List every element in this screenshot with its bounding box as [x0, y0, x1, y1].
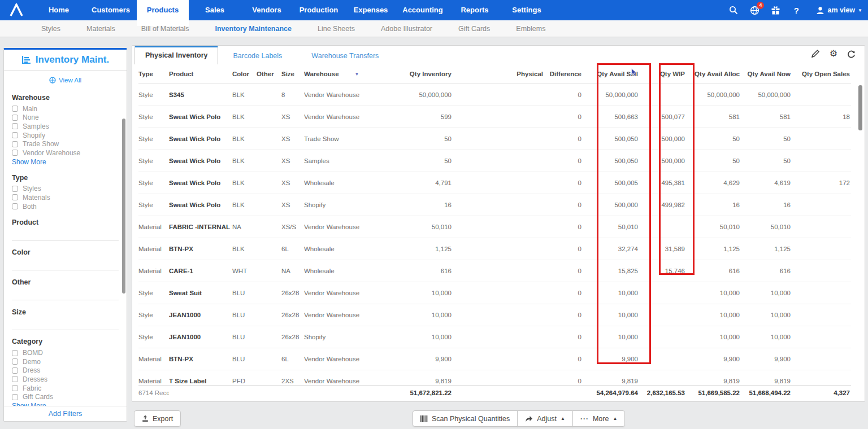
search-icon[interactable]: [728, 5, 739, 16]
table-cell: 4,619: [741, 172, 792, 194]
table-row[interactable]: StyleSweat SuitBLU26x28Vendor Warehouse1…: [138, 282, 851, 304]
sidebar-scrollbar[interactable]: [122, 119, 125, 294]
table-cell: 50: [390, 150, 453, 172]
table-row[interactable]: StyleSweat Wick PoloBLKXSTrade Show50050…: [138, 128, 851, 150]
table-row[interactable]: MaterialFABRIC -INTERNAL 1NAXS/SVendor W…: [138, 216, 851, 238]
filter-checkbox-row[interactable]: None: [12, 113, 119, 122]
table-cell: BLU: [232, 304, 257, 326]
table-row[interactable]: StyleSweat Wick PoloBLKXSVendor Warehous…: [138, 106, 851, 128]
table-cell: CARE-1: [169, 260, 232, 282]
table-row[interactable]: MaterialBTN-PXBLK6LWholesale1,125032,274…: [138, 238, 851, 260]
topnav-item[interactable]: Accounting: [397, 0, 449, 20]
pencil-icon[interactable]: [811, 49, 820, 58]
table-cell: 50,010: [583, 216, 639, 238]
refresh-icon[interactable]: [847, 50, 856, 58]
table-cell: 500,005: [583, 172, 639, 194]
subnav-item[interactable]: Gift Cards: [445, 20, 503, 37]
filter-checkbox-row[interactable]: Dress: [12, 366, 119, 375]
column-header-product[interactable]: Product: [169, 64, 232, 84]
subnav-item[interactable]: Styles: [28, 20, 73, 37]
filter-checkbox-row[interactable]: Main: [12, 104, 119, 113]
tab[interactable]: Barcode Labels: [218, 47, 297, 64]
filter-checkbox-row[interactable]: Styles: [12, 185, 119, 194]
view-all-link[interactable]: View All: [12, 75, 119, 88]
table-row[interactable]: MaterialBTN-PXBLU6LVendor Warehouse9,900…: [138, 348, 851, 370]
scan-physical-quantities-button[interactable]: Scan Physical Quantities: [413, 410, 518, 427]
filter-checkbox-row[interactable]: Fabric: [12, 384, 119, 393]
table-cell: 26x28: [281, 282, 304, 304]
table-row[interactable]: StyleSweat Wick PoloBLKXSShopify160500,0…: [138, 194, 851, 216]
column-header-other[interactable]: Other: [257, 64, 281, 84]
column-header-qty-avail-alloc[interactable]: Qty Avail Alloc: [686, 64, 741, 84]
topnav-item[interactable]: Sales: [189, 0, 241, 20]
adjust-button[interactable]: Adjust ▲: [517, 410, 573, 427]
topnav-item[interactable]: Reports: [449, 0, 501, 20]
column-header-size[interactable]: Size: [281, 64, 304, 84]
user-menu[interactable]: am view ▼: [816, 6, 862, 15]
help-icon[interactable]: ?: [791, 5, 802, 16]
column-header-color[interactable]: Color: [232, 64, 257, 84]
table-cell: BLK: [232, 84, 257, 106]
table-cell: Samples: [304, 150, 390, 172]
table-row[interactable]: StyleS345BLK8Vendor Warehouse50,000,0000…: [138, 84, 851, 106]
filter-group-label: Type: [12, 174, 119, 182]
gear-icon[interactable]: ⚙: [830, 49, 837, 58]
add-filters-link[interactable]: Add Filters: [4, 406, 127, 421]
filter-checkbox-row[interactable]: Shopify: [12, 131, 119, 140]
table-row[interactable]: StyleSweat Wick PoloBLKXSSamples500500,0…: [138, 150, 851, 172]
filter-checkbox-row[interactable]: Demo: [12, 357, 119, 366]
tab[interactable]: Warehouse Transfers: [297, 47, 393, 64]
subnav-item[interactable]: Adobe Illustrator: [368, 20, 445, 37]
table-row[interactable]: MaterialT Size LabelPFD2XSVendor Warehou…: [138, 370, 851, 385]
column-header-warehouse[interactable]: Warehouse▼: [304, 64, 390, 84]
subnav-item[interactable]: Line Sheets: [305, 20, 368, 37]
table-cell: 495,381: [639, 172, 686, 194]
filter-checkbox-row[interactable]: Materials: [12, 193, 119, 202]
subnav-item[interactable]: Emblems: [503, 20, 558, 37]
table-scrollbar[interactable]: [858, 85, 862, 130]
export-button[interactable]: Export: [134, 410, 181, 427]
table-row[interactable]: MaterialCARE-1WHTNAWholesale616015,82515…: [138, 260, 851, 282]
filter-checkbox-row[interactable]: Gift Cards: [12, 392, 119, 401]
app-logo[interactable]: [0, 0, 33, 20]
filter-checkbox-row[interactable]: Samples: [12, 122, 119, 131]
topnav-item[interactable]: Home: [33, 0, 85, 20]
topnav-item[interactable]: Products: [137, 0, 189, 20]
more-button[interactable]: ··· More ▲: [572, 410, 625, 427]
topnav-item[interactable]: Customers: [85, 0, 137, 20]
column-header-type[interactable]: Type: [138, 64, 169, 84]
filter-checkbox-row[interactable]: Both: [12, 202, 119, 211]
column-header-qty-avail-sell[interactable]: Qty Avail Sell: [583, 64, 639, 84]
topnav-item[interactable]: Expenses: [345, 0, 397, 20]
tab[interactable]: Physical Inventory: [134, 46, 218, 64]
column-header-difference[interactable]: Difference: [544, 64, 583, 84]
topnav-item[interactable]: Production: [293, 0, 345, 20]
filter-checkbox-row[interactable]: Vendor Warehouse: [12, 148, 119, 157]
filter-text-input[interactable]: [12, 256, 119, 270]
table-row[interactable]: StyleJEAN1000BLU26x28Vendor Warehouse10,…: [138, 304, 851, 326]
filter-group-type: Type Styles Materials: [12, 174, 119, 211]
filter-text-input[interactable]: [12, 316, 119, 330]
filter-text-input[interactable]: [12, 286, 119, 300]
table-cell: 0: [544, 84, 583, 106]
column-header-qty-avail-now[interactable]: Qty Avail Now: [741, 64, 792, 84]
filter-checkbox-row[interactable]: BOMD: [12, 348, 119, 357]
filter-checkbox-row[interactable]: Trade Show: [12, 139, 119, 148]
column-header-physical[interactable]: Physical: [453, 64, 544, 84]
table-row[interactable]: StyleSweat Wick PoloBLKXSWholesale4,7910…: [138, 172, 851, 194]
topnav-item[interactable]: Vendors: [241, 0, 293, 20]
table-row[interactable]: StyleJEAN1000BLU26x28Shopify10,000010,00…: [138, 326, 851, 348]
globe-icon[interactable]: 4: [749, 5, 760, 16]
table-cell: [792, 128, 851, 150]
subnav-item[interactable]: Inventory Maintenance: [202, 20, 305, 37]
filter-checkbox-row[interactable]: Dresses: [12, 375, 119, 384]
filter-text-input[interactable]: [12, 226, 119, 240]
show-more-link[interactable]: Show More: [12, 158, 119, 166]
column-header-qty-open-sales[interactable]: Qty Open Sales: [792, 64, 851, 84]
column-header-qty-inventory[interactable]: Qty Inventory: [390, 64, 453, 84]
topnav-item[interactable]: Settings: [501, 0, 553, 20]
gift-icon[interactable]: [770, 5, 781, 16]
subnav-item[interactable]: Materials: [73, 20, 128, 37]
column-header-qty-wip[interactable]: Qty WIP: [639, 64, 686, 84]
subnav-item[interactable]: Bill of Materials: [128, 20, 202, 37]
